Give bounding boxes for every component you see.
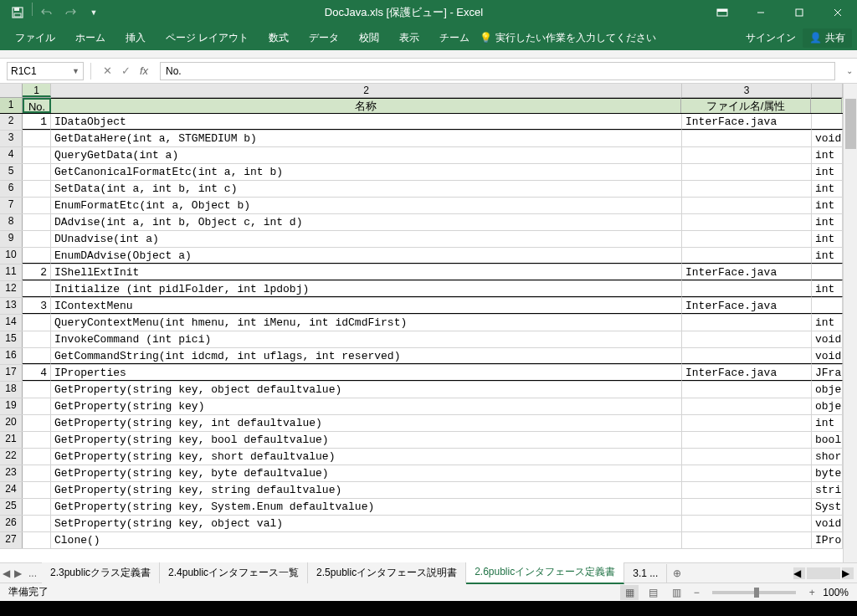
- cell-file[interactable]: [682, 214, 812, 230]
- cell-ret[interactable]: void: [812, 516, 843, 531]
- cell-name[interactable]: InvokeCommand (int pici): [51, 331, 682, 347]
- cell-ret[interactable]: bool: [812, 432, 843, 448]
- cell-ret[interactable]: int: [812, 181, 843, 197]
- tab-view[interactable]: 表示: [389, 26, 429, 50]
- row-header[interactable]: 2: [0, 114, 23, 130]
- row-header[interactable]: 25: [0, 499, 23, 515]
- cell-name[interactable]: IProperties: [51, 365, 682, 381]
- cancel-formula-icon[interactable]: ✕: [98, 62, 116, 80]
- cell-file[interactable]: [682, 499, 812, 515]
- cell-name[interactable]: QueryGetData(int a): [51, 147, 682, 163]
- cell-file[interactable]: [682, 131, 812, 146]
- row-header[interactable]: 20: [0, 415, 23, 431]
- cell-no[interactable]: [23, 432, 51, 448]
- cell-name[interactable]: GetCanonicalFormatEtc(int a, int b): [51, 164, 682, 180]
- cell-name[interactable]: GetDataHere(int a, STGMEDIUM b): [51, 131, 682, 146]
- cell-no[interactable]: [23, 281, 51, 297]
- cell-name[interactable]: DAdvise(int a, int b, Object c, int d): [51, 214, 682, 230]
- table-row[interactable]: 18GetProperty(string key, object default…: [0, 382, 857, 398]
- cell-file[interactable]: InterFace.java: [682, 298, 812, 314]
- row-header[interactable]: 8: [0, 214, 23, 230]
- cell-name[interactable]: SetProperty(string key, object val): [51, 516, 682, 531]
- row-header[interactable]: 12: [0, 281, 23, 297]
- row-header[interactable]: 21: [0, 432, 23, 448]
- tab-overflow-left[interactable]: ...: [23, 567, 42, 579]
- table-row[interactable]: 14QueryContextMenu(int hmenu, int iMenu,…: [0, 315, 857, 331]
- cell-name[interactable]: QueryContextMenu(int hmenu, int iMenu, i…: [51, 315, 682, 331]
- cell-no[interactable]: [23, 532, 51, 548]
- cell-file[interactable]: [682, 415, 812, 431]
- cell-name[interactable]: IDataObject: [51, 114, 682, 130]
- cell-file[interactable]: [682, 315, 812, 331]
- cell-ret[interactable]: int: [812, 248, 843, 264]
- cell-file[interactable]: InterFace.java: [682, 365, 812, 381]
- cell-file[interactable]: [682, 164, 812, 180]
- header-cell-ret[interactable]: [811, 98, 842, 113]
- table-row[interactable]: 12Initialize (int pidlFolder, int lpdobj…: [0, 281, 857, 298]
- tab-pagelayout[interactable]: ページ レイアウト: [156, 26, 259, 50]
- table-row[interactable]: 27Clone()IPro: [0, 532, 857, 549]
- formula-input[interactable]: No.: [160, 62, 835, 80]
- row-header[interactable]: 4: [0, 147, 23, 163]
- cell-file[interactable]: [682, 331, 812, 347]
- cell-no[interactable]: [23, 198, 51, 213]
- cell-file[interactable]: [682, 532, 812, 548]
- row-header[interactable]: 17: [0, 365, 23, 381]
- cell-ret[interactable]: JFra: [812, 365, 843, 381]
- cell-ret[interactable]: int: [812, 198, 843, 213]
- cell-no[interactable]: [23, 181, 51, 197]
- cell-file[interactable]: [682, 198, 812, 213]
- cell-ret[interactable]: Syst: [812, 499, 843, 515]
- table-row[interactable]: 19GetProperty(string key)obje: [0, 398, 857, 415]
- cell-file[interactable]: [682, 465, 812, 481]
- cell-no[interactable]: [23, 164, 51, 180]
- header-cell-file[interactable]: ファイル名/属性: [681, 98, 811, 113]
- cell-no[interactable]: [23, 482, 51, 498]
- sheet-tab[interactable]: 2.5publicインタフェース説明書: [308, 562, 466, 583]
- row-header[interactable]: 23: [0, 465, 23, 481]
- row-header[interactable]: 13: [0, 298, 23, 314]
- table-row[interactable]: 8DAdvise(int a, int b, Object c, int d)i…: [0, 214, 857, 231]
- zoom-level[interactable]: 100%: [823, 587, 849, 598]
- cell-no[interactable]: 4: [23, 365, 51, 381]
- row-header[interactable]: 16: [0, 348, 23, 364]
- fx-icon[interactable]: fx: [135, 62, 153, 80]
- sheet-tab[interactable]: 3.1 ...: [624, 564, 667, 583]
- col-header-3[interactable]: 3: [682, 84, 812, 97]
- select-all-corner[interactable]: [0, 84, 23, 98]
- cell-no[interactable]: 3: [23, 298, 51, 314]
- table-row[interactable]: 26SetProperty(string key, object val)voi…: [0, 516, 857, 532]
- signin-link[interactable]: サインイン: [746, 31, 796, 45]
- cell-ret[interactable]: IPro: [812, 532, 843, 548]
- row-header[interactable]: 1: [0, 98, 23, 113]
- tab-file[interactable]: ファイル: [5, 26, 65, 50]
- tab-team[interactable]: チーム: [429, 26, 480, 50]
- table-row[interactable]: 112IShellExtInitInterFace.java: [0, 264, 857, 281]
- cell-file[interactable]: InterFace.java: [682, 264, 812, 280]
- enter-formula-icon[interactable]: ✓: [116, 62, 135, 80]
- table-row[interactable]: 7EnumFormatEtc(int a, Object b)int: [0, 198, 857, 214]
- table-row[interactable]: 20GetProperty(string key, int defaultval…: [0, 415, 857, 432]
- cell-ret[interactable]: void: [812, 131, 843, 146]
- row-header[interactable]: 7: [0, 198, 23, 213]
- row-header[interactable]: 19: [0, 398, 23, 414]
- save-icon[interactable]: [7, 3, 28, 23]
- redo-icon[interactable]: [59, 3, 81, 23]
- cell-no[interactable]: [23, 147, 51, 163]
- col-header-1[interactable]: 1: [23, 84, 51, 97]
- cell-no[interactable]: [23, 465, 51, 481]
- table-row[interactable]: 16GetCommandString(int idcmd, int uflags…: [0, 348, 857, 365]
- row-header[interactable]: 24: [0, 482, 23, 498]
- name-box[interactable]: R1C1 ▼: [7, 62, 84, 80]
- cell-name[interactable]: GetCommandString(int idcmd, int uflags, …: [51, 348, 682, 364]
- cell-name[interactable]: GetProperty(string key, string defaultva…: [51, 482, 682, 498]
- expand-formula-icon[interactable]: ⌄: [842, 66, 857, 75]
- zoom-in-button[interactable]: +: [806, 587, 818, 598]
- add-sheet-icon[interactable]: ⊕: [667, 567, 687, 579]
- table-row[interactable]: 10EnumDAdvise(Object a)int: [0, 248, 857, 264]
- header-cell-no[interactable]: No.: [23, 98, 51, 113]
- cell-ret[interactable]: int: [812, 164, 843, 180]
- cell-no[interactable]: [23, 131, 51, 146]
- table-row[interactable]: 24GetProperty(string key, string default…: [0, 482, 857, 499]
- cell-file[interactable]: [682, 482, 812, 498]
